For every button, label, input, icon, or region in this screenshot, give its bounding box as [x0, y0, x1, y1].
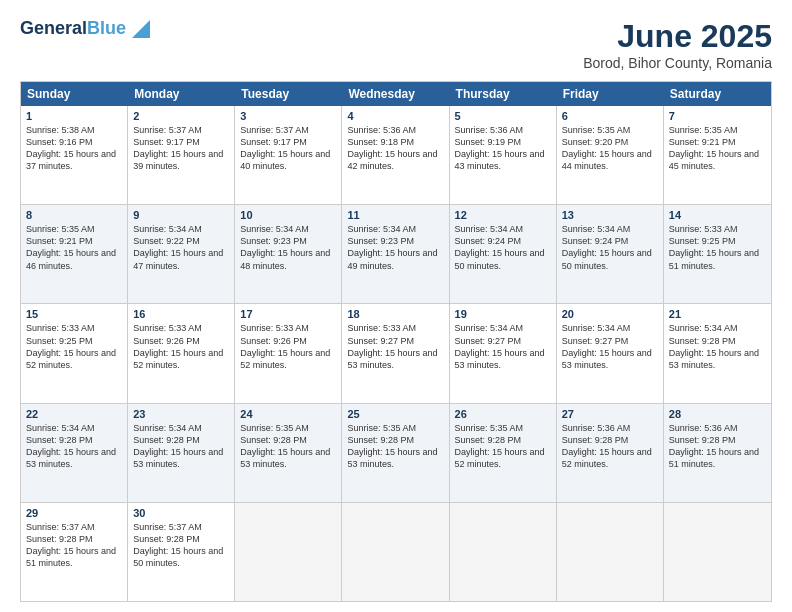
header-friday: Friday — [557, 82, 664, 106]
day-2: 2 Sunrise: 5:37 AM Sunset: 9:17 PM Dayli… — [128, 106, 235, 204]
day-21: 21 Sunrise: 5:34 AM Sunset: 9:28 PM Dayl… — [664, 304, 771, 402]
day-25: 25 Sunrise: 5:35 AM Sunset: 9:28 PM Dayl… — [342, 404, 449, 502]
day-13: 13 Sunrise: 5:34 AM Sunset: 9:24 PM Dayl… — [557, 205, 664, 303]
day-30: 30 Sunrise: 5:37 AM Sunset: 9:28 PM Dayl… — [128, 503, 235, 601]
empty-cell-5 — [664, 503, 771, 601]
week-row-1: 1 Sunrise: 5:38 AM Sunset: 9:16 PM Dayli… — [21, 106, 771, 205]
day-16: 16 Sunrise: 5:33 AM Sunset: 9:26 PM Dayl… — [128, 304, 235, 402]
day-29: 29 Sunrise: 5:37 AM Sunset: 9:28 PM Dayl… — [21, 503, 128, 601]
day-24: 24 Sunrise: 5:35 AM Sunset: 9:28 PM Dayl… — [235, 404, 342, 502]
day-6: 6 Sunrise: 5:35 AM Sunset: 9:20 PM Dayli… — [557, 106, 664, 204]
day-5: 5 Sunrise: 5:36 AM Sunset: 9:19 PM Dayli… — [450, 106, 557, 204]
empty-cell-3 — [450, 503, 557, 601]
main-title: June 2025 — [583, 18, 772, 55]
day-9: 9 Sunrise: 5:34 AM Sunset: 9:22 PM Dayli… — [128, 205, 235, 303]
day-28: 28 Sunrise: 5:36 AM Sunset: 9:28 PM Dayl… — [664, 404, 771, 502]
header: GeneralBlue June 2025 Borod, Bihor Count… — [20, 18, 772, 71]
day-1: 1 Sunrise: 5:38 AM Sunset: 9:16 PM Dayli… — [21, 106, 128, 204]
day-12: 12 Sunrise: 5:34 AM Sunset: 9:24 PM Dayl… — [450, 205, 557, 303]
svg-marker-0 — [132, 20, 150, 38]
calendar-body: 1 Sunrise: 5:38 AM Sunset: 9:16 PM Dayli… — [21, 106, 771, 601]
empty-cell-4 — [557, 503, 664, 601]
header-monday: Monday — [128, 82, 235, 106]
day-14: 14 Sunrise: 5:33 AM Sunset: 9:25 PM Dayl… — [664, 205, 771, 303]
empty-cell-1 — [235, 503, 342, 601]
empty-cell-2 — [342, 503, 449, 601]
day-8: 8 Sunrise: 5:35 AM Sunset: 9:21 PM Dayli… — [21, 205, 128, 303]
day-20: 20 Sunrise: 5:34 AM Sunset: 9:27 PM Dayl… — [557, 304, 664, 402]
page: GeneralBlue June 2025 Borod, Bihor Count… — [0, 0, 792, 612]
header-saturday: Saturday — [664, 82, 771, 106]
logo: GeneralBlue — [20, 18, 150, 39]
day-4: 4 Sunrise: 5:36 AM Sunset: 9:18 PM Dayli… — [342, 106, 449, 204]
day-3: 3 Sunrise: 5:37 AM Sunset: 9:17 PM Dayli… — [235, 106, 342, 204]
week-row-2: 8 Sunrise: 5:35 AM Sunset: 9:21 PM Dayli… — [21, 205, 771, 304]
day-22: 22 Sunrise: 5:34 AM Sunset: 9:28 PM Dayl… — [21, 404, 128, 502]
day-27: 27 Sunrise: 5:36 AM Sunset: 9:28 PM Dayl… — [557, 404, 664, 502]
day-7: 7 Sunrise: 5:35 AM Sunset: 9:21 PM Dayli… — [664, 106, 771, 204]
header-thursday: Thursday — [450, 82, 557, 106]
logo-text: GeneralBlue — [20, 18, 126, 39]
week-row-5: 29 Sunrise: 5:37 AM Sunset: 9:28 PM Dayl… — [21, 503, 771, 601]
logo-arrow-icon — [128, 20, 150, 38]
day-15: 15 Sunrise: 5:33 AM Sunset: 9:25 PM Dayl… — [21, 304, 128, 402]
day-10: 10 Sunrise: 5:34 AM Sunset: 9:23 PM Dayl… — [235, 205, 342, 303]
day-23: 23 Sunrise: 5:34 AM Sunset: 9:28 PM Dayl… — [128, 404, 235, 502]
day-11: 11 Sunrise: 5:34 AM Sunset: 9:23 PM Dayl… — [342, 205, 449, 303]
title-area: June 2025 Borod, Bihor County, Romania — [583, 18, 772, 71]
day-19: 19 Sunrise: 5:34 AM Sunset: 9:27 PM Dayl… — [450, 304, 557, 402]
header-wednesday: Wednesday — [342, 82, 449, 106]
calendar: Sunday Monday Tuesday Wednesday Thursday… — [20, 81, 772, 602]
day-18: 18 Sunrise: 5:33 AM Sunset: 9:27 PM Dayl… — [342, 304, 449, 402]
header-tuesday: Tuesday — [235, 82, 342, 106]
week-row-3: 15 Sunrise: 5:33 AM Sunset: 9:25 PM Dayl… — [21, 304, 771, 403]
calendar-header: Sunday Monday Tuesday Wednesday Thursday… — [21, 82, 771, 106]
week-row-4: 22 Sunrise: 5:34 AM Sunset: 9:28 PM Dayl… — [21, 404, 771, 503]
day-17: 17 Sunrise: 5:33 AM Sunset: 9:26 PM Dayl… — [235, 304, 342, 402]
subtitle: Borod, Bihor County, Romania — [583, 55, 772, 71]
day-26: 26 Sunrise: 5:35 AM Sunset: 9:28 PM Dayl… — [450, 404, 557, 502]
header-sunday: Sunday — [21, 82, 128, 106]
